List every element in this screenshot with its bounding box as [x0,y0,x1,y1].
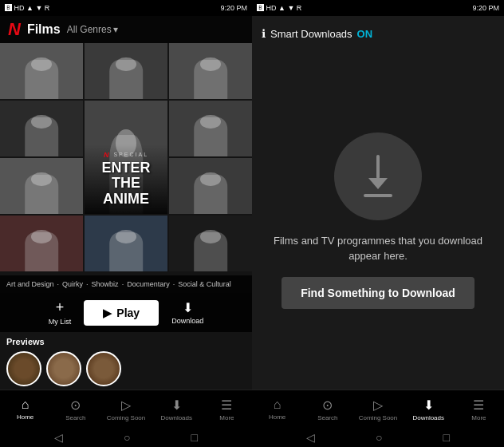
nav-downloads[interactable]: ⬇ Downloads [152,390,202,428]
left-status-bar: 🅱 HD ▲ ▼ R 9:20 PM [0,0,252,16]
right-status-bar: 🅱 HD ▲ ▼ R 9:20 PM [252,0,504,16]
grid-cell-7 [0,158,83,214]
grid-cell-8 [169,158,252,214]
action-buttons: + My List ▶ Play ⬇ Download [0,293,252,332]
film-title-overlay: N SPECIAL ENTER THE ANIME [85,144,167,214]
play-button[interactable]: ▶ Play [84,300,159,326]
right-gesture-bar: ◁ ○ □ [252,428,504,447]
download-arrow-icon [364,155,392,197]
right-back-gesture-icon: ◁ [306,431,315,444]
genre-art[interactable]: Art and Design [6,280,54,288]
right-panel: 🅱 HD ▲ ▼ R 9:20 PM ℹ Smart Downloads ON … [252,0,504,447]
download-button[interactable]: ⬇ Download [171,300,203,325]
genre-quirky[interactable]: Quirky [62,280,83,288]
downloads-icon: ⬇ [171,398,182,413]
right-header: ℹ Smart Downloads ON [252,16,504,51]
right-home-icon: ⌂ [274,398,282,412]
grid-cell-5: N SPECIAL ENTER THE ANIME [85,101,167,214]
play-icon: ▶ [103,307,112,319]
right-status-time: 9:20 PM [472,4,499,12]
more-icon: ☰ [221,398,232,413]
right-nav-search[interactable]: ⊙ Search [302,390,352,428]
home-icon: ⌂ [22,398,30,412]
genre-social[interactable]: Social & Cultural [178,280,231,288]
special-badge: N SPECIAL [91,151,161,159]
recents-gesture-icon: □ [191,431,198,444]
left-gesture-bar: ◁ ○ □ [0,428,252,447]
left-status-time: 9:20 PM [220,4,247,12]
chevron-down-icon: ▾ [113,24,118,35]
hero-image-grid: N SPECIAL ENTER THE ANIME [0,43,252,275]
grid-cell-3 [169,43,252,99]
left-bottom-nav: ⌂ Home ⊙ Search ▷ Coming Soon ⬇ Download… [0,390,252,428]
left-panel: 🅱 HD ▲ ▼ R 9:20 PM N Films All Genres ▾ … [0,0,252,447]
grid-cell-9 [0,216,83,271]
films-title: Films [27,22,61,37]
my-list-button[interactable]: + My List [49,299,72,326]
smart-downloads-status[interactable]: ON [357,28,373,40]
nav-home[interactable]: ⌂ Home [0,390,50,428]
find-something-download-button[interactable]: Find Something to Download [282,277,474,309]
coming-soon-icon: ▷ [121,398,131,413]
empty-state-message: Films and TV programmes that you downloa… [268,233,488,264]
right-downloads-icon: ⬇ [423,398,434,413]
right-search-icon: ⊙ [322,398,333,413]
left-status-icons: 🅱 HD ▲ ▼ R [5,4,49,12]
preview-circle-3[interactable] [86,351,121,386]
search-icon: ⊙ [70,398,81,413]
info-icon: ℹ [262,27,266,40]
all-genres-dropdown[interactable]: All Genres ▾ [67,24,118,35]
grid-cell-1 [0,43,83,99]
netflix-logo: N [8,21,21,38]
right-nav-home[interactable]: ⌂ Home [252,390,302,428]
genre-documentary[interactable]: Documentary [127,280,170,288]
downloads-empty-state: Films and TV programmes that you downloa… [252,51,504,390]
image-grid: N SPECIAL ENTER THE ANIME [0,43,252,275]
nav-more[interactable]: ☰ More [202,390,252,428]
right-nav-more[interactable]: ☰ More [454,390,504,428]
preview-circles [6,351,246,386]
grid-cell-2 [85,43,167,99]
right-home-gesture-icon: ○ [376,431,382,444]
right-status-icons: 🅱 HD ▲ ▼ R [257,4,301,12]
right-nav-downloads[interactable]: ⬇ Downloads [404,390,454,428]
right-nav-coming-soon[interactable]: ▷ Coming Soon [352,390,403,428]
grid-cell-11 [169,216,252,271]
nav-search[interactable]: ⊙ Search [50,390,100,428]
preview-circle-1[interactable] [6,351,41,386]
left-header: N Films All Genres ▾ [0,16,252,43]
previews-label: Previews [6,337,246,346]
right-bottom-nav: ⌂ Home ⊙ Search ▷ Coming Soon ⬇ Download… [252,390,504,428]
download-icon: ⬇ [183,300,193,315]
back-gesture-icon: ◁ [54,431,63,444]
genre-tags: Art and Design · Quirky · Showbiz · Docu… [0,275,252,293]
home-gesture-icon: ○ [124,431,130,444]
preview-circle-2[interactable] [46,351,81,386]
right-coming-soon-icon: ▷ [373,398,383,413]
genre-showbiz[interactable]: Showbiz [92,280,119,288]
right-more-icon: ☰ [473,398,484,413]
download-icon-circle [334,133,422,220]
grid-cell-6 [169,101,252,156]
nav-coming-soon[interactable]: ▷ Coming Soon [100,390,151,428]
film-title-text: ENTER THE ANIME [91,160,161,208]
smart-downloads-label: Smart Downloads [270,28,352,40]
plus-icon: + [56,299,65,316]
previews-section: Previews [0,332,252,390]
grid-cell-10 [85,216,167,271]
grid-cell-4 [0,101,83,156]
right-recents-gesture-icon: □ [443,431,450,444]
